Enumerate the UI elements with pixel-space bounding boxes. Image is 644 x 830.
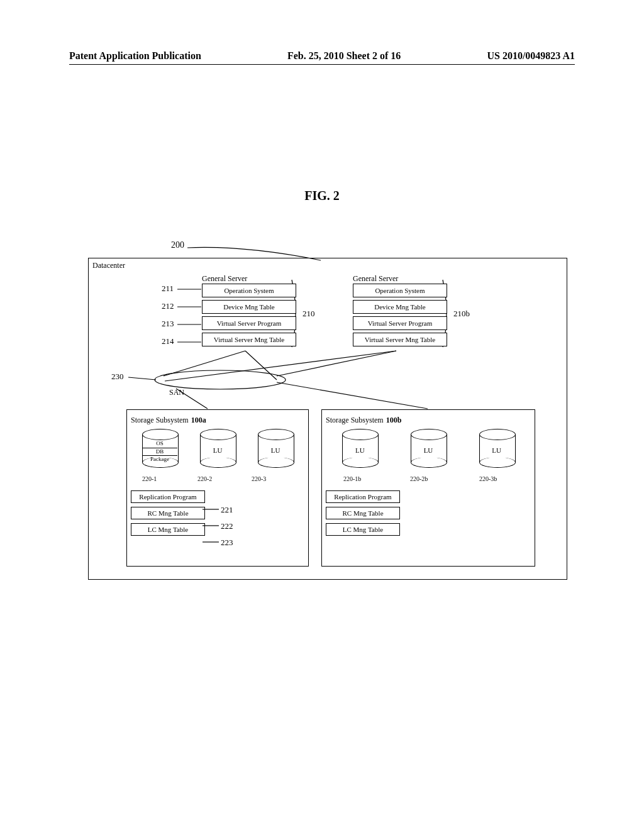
srv-b-dev-mng: Device Mng Table (353, 300, 447, 314)
id-220-3: 220-3 (252, 475, 266, 482)
srv-a-dev-mng: Device Mng Table (202, 300, 296, 314)
replication-program-b: Replication Program (326, 490, 400, 503)
san-label: SAN (169, 388, 184, 397)
storage-b-title: Storage Subsystem (326, 416, 384, 424)
storage-subsystem-a: Storage Subsystem 100a OS DB Package LU (126, 409, 309, 567)
figure-title: FIG. 2 (0, 189, 644, 203)
srv-b-vsp: Virtual Server Program (353, 316, 447, 330)
id-220-2: 220-2 (197, 475, 212, 482)
ref-214: 214 (162, 336, 174, 346)
general-server-b-title: General Server (353, 274, 447, 284)
lc-mng-table-a: LC Mng Table (131, 523, 205, 536)
id-220-2b: 220-2b (410, 475, 428, 482)
ref-100b: 100b (386, 416, 402, 424)
lu-220-1: OS DB Package (142, 429, 177, 468)
header-right: US 2010/0049823 A1 (487, 50, 575, 62)
ref-213: 213 (162, 319, 174, 329)
storage-b-lu-row: LU LU LU (326, 429, 531, 468)
rc-mng-table-b: RC Mng Table (326, 507, 400, 519)
lu-220-3: LU (258, 429, 293, 468)
lu-220-2: LU (200, 429, 235, 468)
general-server-a-title: General Server (202, 274, 296, 284)
storage-a-title: Storage Subsystem (131, 416, 189, 424)
ref-210: 210 (303, 309, 315, 319)
lu-220-3b: LU (479, 429, 514, 468)
id-220-3b: 220-3b (479, 475, 497, 482)
lc-mng-table-b: LC Mng Table (326, 523, 400, 536)
id-220-1: 220-1 (142, 475, 157, 482)
id-220-1b: 220-1b (343, 475, 361, 482)
datacenter-ref-200: 200 (171, 240, 184, 250)
page-header: Patent Application Publication Feb. 25, … (69, 50, 575, 65)
ref-211: 211 (162, 284, 174, 294)
ref-230: 230 (111, 372, 124, 382)
ref-210b: 210b (453, 309, 470, 319)
lu-220-2b: LU (411, 429, 446, 468)
ref-221: 221 (221, 505, 233, 515)
ref-223: 223 (221, 538, 233, 548)
rc-mng-table-a: RC Mng Table (131, 507, 205, 519)
ref-222: 222 (221, 521, 233, 531)
srv-a-os: Operation System (202, 284, 296, 297)
datacenter-title: Datacenter (92, 261, 563, 270)
general-server-a: General Server Operation System Device M… (202, 274, 296, 349)
srv-b-vsmt: Virtual Server Mng Table (353, 333, 447, 346)
header-middle: Feb. 25, 2010 Sheet 2 of 16 (287, 50, 401, 62)
replication-program-a: Replication Program (131, 490, 205, 503)
srv-a-vsp: Virtual Server Program (202, 316, 296, 330)
storage-subsystem-b: Storage Subsystem 100b LU LU LU 220-1b 2… (321, 409, 535, 567)
lu-220-1b: LU (342, 429, 377, 468)
srv-a-vsmt: Virtual Server Mng Table (202, 333, 296, 346)
srv-b-os: Operation System (353, 284, 447, 297)
datacenter-box: Datacenter General Server Operation Syst… (88, 258, 567, 580)
ref-100a: 100a (191, 416, 206, 424)
storage-a-lu-row: OS DB Package LU LU (131, 429, 304, 468)
ref-212: 212 (162, 301, 174, 311)
general-server-b: General Server Operation System Device M… (353, 274, 447, 349)
header-left: Patent Application Publication (69, 50, 201, 62)
